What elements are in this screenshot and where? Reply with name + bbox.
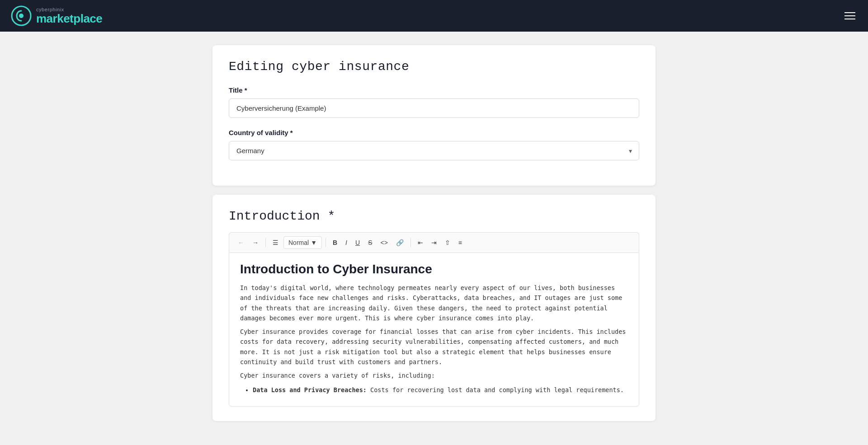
list-item: Data Loss and Privacy Breaches: Costs fo… bbox=[253, 385, 628, 395]
align-justify-button[interactable]: ≡ bbox=[455, 237, 465, 248]
italic-icon: I bbox=[345, 239, 347, 246]
align-center-icon: ⇥ bbox=[431, 239, 437, 246]
underline-button[interactable]: U bbox=[352, 237, 363, 248]
toolbar-divider-2 bbox=[326, 238, 326, 247]
svg-point-1 bbox=[19, 14, 24, 18]
title-form-group: Title * bbox=[229, 86, 639, 118]
align-center-button[interactable]: ⇥ bbox=[428, 237, 440, 248]
navbar: cyberphinix marketplace bbox=[0, 0, 868, 32]
list-item-text: Costs for recovering lost data and compl… bbox=[370, 386, 624, 393]
editor-content-area[interactable]: Introduction to Cyber Insurance In today… bbox=[229, 253, 639, 407]
chevron-down-icon: ▼ bbox=[311, 239, 317, 246]
undo-icon: ← bbox=[238, 239, 244, 246]
redo-icon: → bbox=[252, 239, 259, 246]
align-right-button[interactable]: ⇧ bbox=[442, 237, 453, 248]
underline-icon: U bbox=[355, 239, 360, 246]
page-title: Editing cyber insurance bbox=[229, 60, 639, 74]
editor-list: Data Loss and Privacy Breaches: Costs fo… bbox=[240, 385, 628, 395]
logo-icon bbox=[11, 5, 32, 26]
title-input[interactable] bbox=[229, 98, 639, 118]
link-button[interactable]: 🔗 bbox=[393, 237, 407, 248]
country-label: Country of validity * bbox=[229, 129, 639, 136]
toolbar-divider-1 bbox=[265, 238, 266, 247]
align-justify-icon: ≡ bbox=[458, 239, 462, 246]
editor-paragraph-3: Cyber insurance covers a variety of risk… bbox=[240, 370, 628, 380]
paragraph-icon: ☰ bbox=[273, 239, 278, 246]
editor-paragraph-2: Cyber insurance provides coverage for fi… bbox=[240, 327, 628, 367]
align-right-icon: ⇧ bbox=[445, 239, 450, 246]
bold-button[interactable]: B bbox=[330, 237, 340, 248]
editor-toolbar: ← → ☰ Normal ▼ B I U bbox=[229, 232, 639, 253]
main-content: Editing cyber insurance Title * Country … bbox=[0, 32, 868, 435]
strikethrough-icon: S bbox=[368, 239, 372, 246]
bold-icon: B bbox=[333, 239, 337, 246]
logo-text: cyberphinix marketplace bbox=[36, 7, 102, 25]
link-icon: 🔗 bbox=[396, 239, 404, 246]
logo-brand-top: cyberphinix bbox=[36, 7, 102, 12]
title-label: Title * bbox=[229, 86, 639, 94]
paragraph-style-icon: ☰ bbox=[269, 237, 282, 248]
title-country-card: Editing cyber insurance Title * Country … bbox=[212, 45, 656, 186]
undo-button[interactable]: ← bbox=[235, 237, 247, 248]
hamburger-menu-button[interactable] bbox=[843, 10, 857, 21]
align-left-icon: ⇤ bbox=[418, 239, 423, 246]
redo-button[interactable]: → bbox=[249, 237, 262, 248]
strikethrough-button[interactable]: S bbox=[365, 237, 375, 248]
style-dropdown-label: Normal bbox=[288, 239, 309, 246]
editor-heading: Introduction to Cyber Insurance bbox=[240, 262, 628, 276]
toolbar-divider-3 bbox=[410, 238, 411, 247]
introduction-card: Introduction * ← → ☰ Normal ▼ B I bbox=[212, 195, 656, 421]
logo-container: cyberphinix marketplace bbox=[11, 5, 102, 26]
code-icon: <> bbox=[380, 239, 387, 246]
country-form-group: Country of validity * Germany Austria Sw… bbox=[229, 129, 639, 160]
code-button[interactable]: <> bbox=[377, 237, 391, 248]
italic-button[interactable]: I bbox=[342, 237, 350, 248]
editor-paragraph-1: In today's digital world, where technolo… bbox=[240, 283, 628, 323]
logo-brand-main: marketplace bbox=[36, 12, 102, 25]
list-item-bold: Data Loss and Privacy Breaches: bbox=[253, 386, 367, 393]
country-select[interactable]: Germany Austria Switzerland France USA bbox=[229, 141, 639, 160]
introduction-section-label: Introduction * bbox=[229, 209, 639, 223]
country-select-wrapper: Germany Austria Switzerland France USA ▾ bbox=[229, 141, 639, 160]
align-left-button[interactable]: ⇤ bbox=[415, 237, 426, 248]
style-dropdown[interactable]: Normal ▼ bbox=[283, 236, 322, 249]
